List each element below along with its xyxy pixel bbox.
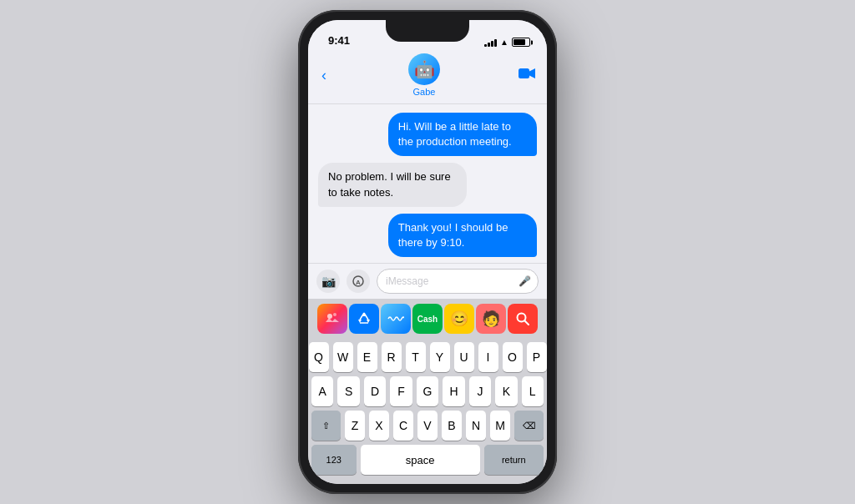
svg-point-3 [327, 314, 332, 319]
message-row-2: No problem. I will be sure to take notes… [318, 163, 537, 206]
camera-button[interactable]: 📷 [316, 270, 340, 293]
key-return[interactable]: return [484, 445, 544, 475]
message-bubble-sent: Thank you! I should be there by 9:10. [388, 214, 537, 257]
memoji1-button[interactable]: 😊 [444, 304, 474, 334]
keyboard-row-1: Q W E R T Y U I O P [311, 342, 544, 372]
key-e[interactable]: E [357, 342, 377, 372]
key-z[interactable]: Z [345, 411, 365, 441]
battery-icon [512, 38, 530, 47]
key-r[interactable]: R [382, 342, 402, 372]
key-space[interactable]: space [361, 445, 480, 475]
key-o[interactable]: O [503, 342, 523, 372]
key-j[interactable]: J [469, 376, 491, 406]
appstore-button[interactable] [349, 304, 379, 334]
notch [386, 20, 469, 42]
message-row-1: Hi. Will be a little late to the product… [318, 113, 537, 156]
avatar: 🤖 [408, 53, 440, 85]
key-delete[interactable]: ⌫ [514, 411, 544, 441]
memoji2-button[interactable]: 🧑 [476, 304, 506, 334]
message-text: Thank you! I should be there by 9:10. [398, 221, 508, 249]
key-p[interactable]: P [527, 342, 547, 372]
key-x[interactable]: X [369, 411, 389, 441]
key-d[interactable]: D [364, 376, 386, 406]
back-button[interactable]: ‹ [318, 65, 330, 86]
signal-icon [484, 38, 497, 47]
key-k[interactable]: K [495, 376, 517, 406]
phone-frame: 9:41 ▲ ‹ 🤖 Gabe [298, 10, 557, 494]
key-q[interactable]: Q [309, 342, 329, 372]
key-h[interactable]: H [443, 376, 464, 406]
message-row-3: Thank you! I should be there by 9:10. [318, 214, 537, 257]
audio-button[interactable] [381, 304, 411, 334]
messages-header: ‹ 🤖 Gabe [308, 50, 547, 104]
key-numbers[interactable]: 123 [311, 445, 357, 475]
contact-info[interactable]: 🤖 Gabe [408, 53, 440, 97]
messages-area: Hi. Will be a little late to the product… [308, 104, 547, 263]
key-w[interactable]: W [333, 342, 353, 372]
contact-name: Gabe [413, 87, 436, 97]
message-bubble-received: No problem. I will be sure to take notes… [318, 163, 467, 206]
key-t[interactable]: T [406, 342, 426, 372]
key-b[interactable]: B [442, 411, 462, 441]
keyboard: Q W E R T Y U I O P A S D F G H J K L [308, 339, 547, 484]
mic-icon: 🎤 [519, 275, 531, 287]
apps-button[interactable]: A [347, 270, 370, 293]
key-i[interactable]: I [478, 342, 498, 372]
video-call-button[interactable] [519, 67, 537, 84]
keyboard-row-4: 123 space return [311, 445, 544, 475]
app-drawer: Cash 😊 🧑 [308, 299, 547, 339]
phone-screen: 9:41 ▲ ‹ 🤖 Gabe [308, 20, 547, 484]
svg-text:A: A [356, 279, 361, 286]
keyboard-row-3: ⇧ Z X C V B N M ⌫ [311, 411, 544, 441]
keyboard-row-2: A S D F G H J K L [311, 376, 544, 406]
photos-app-button[interactable] [317, 304, 347, 334]
message-text: No problem. I will be sure to take notes… [328, 170, 451, 198]
key-v[interactable]: V [417, 411, 438, 441]
wifi-icon: ▲ [500, 38, 508, 47]
status-time: 9:41 [325, 34, 350, 47]
key-m[interactable]: M [490, 411, 510, 441]
message-bubble-sent: Hi. Will be a little late to the product… [388, 113, 537, 156]
svg-rect-0 [519, 68, 529, 78]
key-n[interactable]: N [466, 411, 486, 441]
search-drawer-button[interactable] [508, 304, 538, 334]
svg-line-9 [524, 320, 529, 325]
imessage-input-field[interactable]: iMessage 🎤 [377, 269, 539, 294]
input-placeholder: iMessage [386, 275, 428, 287]
key-l[interactable]: L [522, 376, 544, 406]
cash-button[interactable]: Cash [412, 304, 443, 334]
key-u[interactable]: U [454, 342, 474, 372]
message-text: Hi. Will be a little late to the product… [398, 120, 512, 148]
key-g[interactable]: G [417, 376, 438, 406]
status-icons: ▲ [484, 38, 530, 47]
key-f[interactable]: F [390, 376, 412, 406]
svg-point-4 [333, 313, 336, 316]
key-s[interactable]: S [337, 376, 359, 406]
key-a[interactable]: A [311, 376, 333, 406]
key-shift[interactable]: ⇧ [311, 411, 341, 441]
key-y[interactable]: Y [430, 342, 450, 372]
key-c[interactable]: C [393, 411, 413, 441]
input-area: 📷 A iMessage 🎤 [308, 263, 547, 299]
